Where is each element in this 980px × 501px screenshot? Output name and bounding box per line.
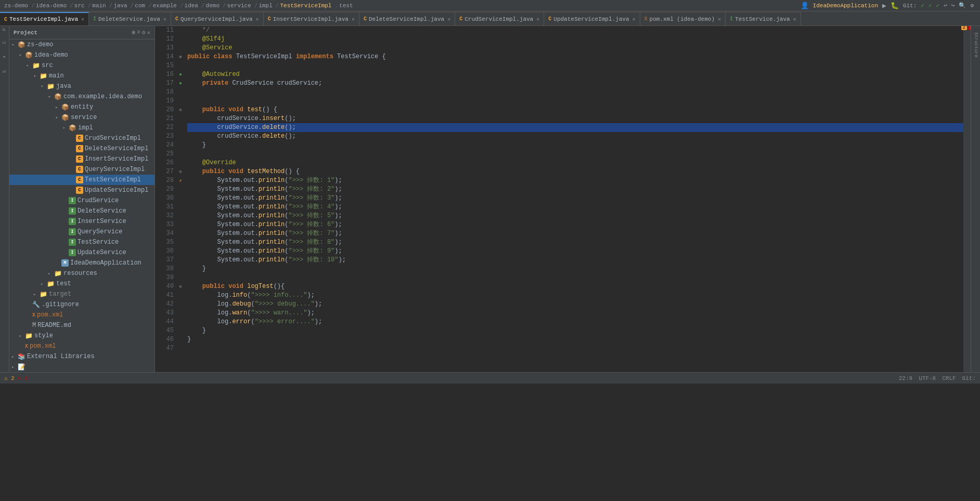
label-crudservice: CrudService [78, 197, 119, 204]
tree-item-crudserviceimpl[interactable]: ▸ C CrudServiceImpl [9, 133, 154, 143]
breadcrumb-zs-demo[interactable]: zs-demo [4, 3, 28, 9]
tab-updateserviceimpl[interactable]: C UpdateServiceImpl.java ✕ [544, 12, 640, 25]
tree-item-src[interactable]: ▾ 📁 src [9, 60, 154, 71]
tree-item-insertserviceimpl[interactable]: ▸ C InsertServiceImpl [9, 154, 154, 164]
breadcrumb-idea-demo[interactable]: idea-demo [36, 3, 67, 9]
sidebar-structure-icon[interactable]: S [2, 70, 7, 73]
run-button[interactable]: ▶ [882, 2, 886, 10]
breadcrumb-demo[interactable]: demo [206, 3, 220, 9]
tree-item-entity[interactable]: ▸ 📦 entity [9, 102, 154, 112]
sidebar-commit-icon[interactable]: C [2, 41, 7, 44]
tree-item-style[interactable]: ▸ 📁 style [9, 331, 154, 341]
panel-settings-icon[interactable]: ⚙ [142, 29, 146, 36]
editor-content[interactable]: 11 12 13 14 15 16 17 18 19 20 21 22 23 2… [155, 26, 971, 372]
breadcrumb-test[interactable]: test [339, 3, 353, 9]
tree-item-testserviceimpl[interactable]: ▸ C TestServiceImpl [9, 175, 154, 185]
icon-pomxml-root: X [25, 344, 28, 349]
breadcrumb-example[interactable]: example [153, 3, 177, 9]
status-warnings[interactable]: ⚠ 2 [4, 375, 15, 381]
breadcrumb-java[interactable]: java [113, 3, 127, 9]
sidebar-project-icon[interactable]: P [2, 28, 7, 31]
debug-button[interactable]: 🐛 [891, 2, 899, 10]
editor-right-gutter[interactable]: 2 1 [963, 26, 971, 372]
breadcrumb-idea[interactable]: idea [185, 3, 198, 9]
code-line-25 [187, 150, 963, 159]
breadcrumb-src[interactable]: src [74, 3, 85, 9]
tree-item-scratches[interactable]: ▸ 📝 [9, 362, 154, 372]
tree-item-insertservice[interactable]: ▸ I InsertService [9, 216, 154, 227]
profile-icon[interactable]: 👤 [801, 2, 809, 10]
tab-bar: C TestServiceImpl.java ✕ I DeleteService… [0, 11, 980, 26]
left-icon-bar: P C ★ S [0, 26, 9, 372]
tree-item-readme[interactable]: ▸ M README.md [9, 320, 154, 331]
tab-close-testserviceimpl[interactable]: ✕ [81, 16, 84, 22]
settings-icon[interactable]: ⚙ [970, 2, 974, 9]
tree-item-test[interactable]: ▸ 📁 test [9, 279, 154, 289]
tree-item-queryservice[interactable]: ▸ I QueryService [9, 227, 154, 237]
label-service: service [71, 114, 97, 121]
breadcrumb-com[interactable]: com [135, 3, 145, 9]
tab-close-deleteservice[interactable]: ✕ [163, 16, 166, 22]
tree-item-deleteservice[interactable]: ▸ I DeleteService [9, 206, 154, 216]
tree-item-ideademoapplication[interactable]: ▸ M IdeaDemoApplication [9, 258, 154, 268]
status-line-sep[interactable]: CRLF [942, 375, 956, 381]
code-editor[interactable]: */ @Slf4j @Service public class TestServ… [185, 26, 963, 372]
tree-item-java[interactable]: ▾ 📁 java [9, 81, 154, 91]
tab-deleteserviceimpl[interactable]: C DeleteServiceImpl.java ✕ [359, 12, 455, 25]
tree-item-testservice[interactable]: ▸ I TestService [9, 237, 154, 247]
arrow-target: ▸ [33, 292, 40, 297]
tab-close-insertserviceimpl[interactable]: ✕ [352, 16, 355, 22]
tree-item-queryserviceimpl[interactable]: ▸ C QueryServiceImpl [9, 164, 154, 175]
breadcrumb-testserviceimpl[interactable]: TestServiceImpl [280, 3, 331, 9]
tab-queryserviceimpl[interactable]: C QueryServiceImpl.java ✕ [171, 12, 264, 25]
undo-icon[interactable]: ↩ [944, 2, 947, 9]
structure-panel-label[interactable]: Structure [972, 28, 979, 62]
code-line-12: @Slf4j [187, 35, 963, 44]
tab-testservice[interactable]: I TestService.java ✕ [726, 12, 801, 25]
tab-close-pomxml[interactable]: ✕ [718, 16, 721, 22]
tree-item-resources[interactable]: ▸ 📁 resources [9, 268, 154, 279]
redo-icon[interactable]: ↪ [951, 2, 955, 9]
panel-close-icon[interactable]: ✕ [147, 29, 150, 36]
collapse-all-icon[interactable]: ≡ [137, 29, 140, 36]
tree-item-main[interactable]: ▾ 📁 main [9, 71, 154, 81]
tree-item-updateservice[interactable]: ▸ I UpdateService [9, 247, 154, 258]
tab-close-updateserviceimpl[interactable]: ✕ [633, 16, 636, 22]
tree-item-package[interactable]: ▾ 📦 com.example.idea.demo [9, 91, 154, 102]
tab-insertserviceimpl[interactable]: C InsertServiceImpl.java ✕ [264, 12, 359, 25]
tree-item-target[interactable]: ▸ 📁 target [9, 289, 154, 299]
status-encoding[interactable]: UTF-8 [919, 375, 936, 381]
arrow-idea-demo: ▾ [19, 52, 25, 58]
breadcrumb-service[interactable]: service [227, 3, 251, 9]
project-tree[interactable]: ▾ 📦 zs-demo ▾ 📦 idea-demo ▾ 📁 src [9, 39, 154, 372]
tree-item-deleteserviceimpl[interactable]: ▸ C DeleteServiceImpl [9, 143, 154, 154]
tree-item-external-libs[interactable]: ▸ 📚 External Libraries [9, 351, 154, 362]
tree-item-idea-demo[interactable]: ▾ 📦 idea-demo [9, 50, 154, 60]
tree-item-updateserviceimpl[interactable]: ▸ C UpdateServiceImpl [9, 185, 154, 195]
tab-pomxml[interactable]: X pom.xml (idea-demo) ✕ [640, 12, 726, 25]
tab-close-deleteserviceimpl[interactable]: ✕ [447, 16, 450, 22]
sidebar-favorites-icon[interactable]: ★ [2, 55, 7, 60]
code-line-37: System.out.println(">>> 掉数: 10"); [187, 256, 963, 265]
tab-close-testservice[interactable]: ✕ [793, 16, 796, 22]
breadcrumb-impl[interactable]: impl [259, 3, 272, 9]
tree-item-service[interactable]: ▾ 📦 service [9, 112, 154, 123]
label-testserviceimpl: TestServiceImpl [85, 176, 141, 183]
tree-item-impl[interactable]: ▾ 📦 impl [9, 123, 154, 133]
tab-crudserviceimpl[interactable]: C CrudServiceImpl.java ✕ [455, 12, 544, 25]
status-errors[interactable]: ✕ 1 [18, 375, 28, 381]
tab-deleteservice[interactable]: I DeleteService.java ✕ [89, 12, 171, 25]
tree-item-pomxml-root[interactable]: ▸ X pom.xml [9, 341, 154, 351]
tree-item-pomxml-ideademo[interactable]: ▸ X pom.xml [9, 310, 154, 320]
tree-item-gitignore[interactable]: ▸ 🔧 .gitignore [9, 299, 154, 310]
tab-close-queryserviceimpl[interactable]: ✕ [256, 16, 259, 22]
tree-item-zs-demo[interactable]: ▾ 📦 zs-demo [9, 39, 154, 50]
arrow-test: ▸ [41, 281, 47, 287]
tab-testserviceimpl[interactable]: C TestServiceImpl.java ✕ [0, 12, 89, 25]
tab-close-crudserviceimpl[interactable]: ✕ [536, 16, 539, 22]
editor-gutter: ⊕ ● ● ⊖ ⊖ ⚡ [176, 26, 185, 372]
search-icon[interactable]: 🔍 [959, 2, 966, 9]
breadcrumb-main[interactable]: main [92, 3, 106, 9]
tree-item-crudservice[interactable]: ▸ I CrudService [9, 195, 154, 206]
locate-file-icon[interactable]: ⊕ [132, 29, 136, 36]
